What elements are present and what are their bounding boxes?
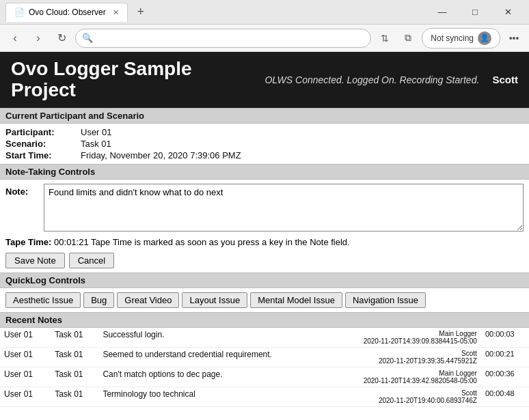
main-content: Current Participant and Scenario Partici…	[0, 108, 529, 420]
more-button[interactable]: •••	[504, 29, 524, 48]
table-row: User 01 Task 01 Can't match options to d…	[0, 367, 529, 387]
minimize-button[interactable]: —	[426, 1, 458, 23]
start-time-value: Friday, November 20, 2020 7:39:06 PMZ	[81, 150, 241, 160]
refresh-button[interactable]: ↻	[52, 29, 71, 48]
start-time-row: Start Time: Friday, November 20, 2020 7:…	[5, 150, 524, 161]
save-note-button[interactable]: Save Note	[5, 253, 65, 268]
sync-button[interactable]: Not syncing 👤	[422, 28, 500, 48]
note-user: User 01	[0, 347, 51, 367]
app-header: Ovo Logger Sample Project OLWS Connected…	[0, 52, 529, 108]
note-duration: 00:00:36	[481, 367, 529, 387]
note-duration: 00:00:48	[481, 387, 529, 406]
connection-status: OLWS Connected. Logged On. Recording Sta…	[252, 74, 492, 85]
scenario-label: Scenario:	[5, 139, 81, 149]
tape-time-hint: Tape Time is marked as soon as you press…	[91, 237, 350, 247]
note-text: Can't match options to dec page.	[98, 367, 325, 387]
participant-section-header: Current Participant and Scenario	[0, 108, 529, 124]
app-title: Ovo Logger Sample Project	[11, 59, 252, 101]
back-button[interactable]: ‹	[5, 29, 25, 48]
browser-tab[interactable]: 📄 Ovo Cloud: Observer ✕	[5, 3, 128, 22]
address-input[interactable]	[75, 29, 371, 48]
forward-button[interactable]: ›	[29, 29, 48, 48]
scenario-value: Task 01	[81, 139, 111, 149]
note-text: Seemed to understand credential requirem…	[98, 347, 325, 367]
tape-time-label: Tape Time:	[5, 237, 51, 247]
note-text: Successful login.	[98, 328, 325, 348]
sync-label: Not syncing	[431, 33, 474, 43]
tape-time-value: 00:01:21	[54, 237, 89, 247]
quicklog-buttons: Aesthetic IssueBugGreat VideoLayout Issu…	[0, 288, 529, 312]
app-title-line2: Project	[11, 79, 76, 100]
toolbar-icon-btn-1[interactable]: ⇅	[375, 29, 394, 48]
tab-title: Ovo Cloud: Observer	[29, 8, 106, 17]
participant-info: Participant: User 01 Scenario: Task 01 S…	[0, 124, 529, 164]
user-avatar: 👤	[478, 31, 491, 45]
note-label: Note:	[5, 184, 38, 197]
logged-in-user: Scott	[493, 74, 519, 85]
note-meta: Scott2020-11-20T19:40:00.6893746Z	[325, 387, 481, 406]
tab-close-btn[interactable]: ✕	[113, 8, 119, 17]
quicklog-btn-layout-issue[interactable]: Layout Issue	[182, 292, 247, 308]
note-textarea[interactable]: Found limits and didn't know what to do …	[44, 184, 524, 232]
note-task: Task 01	[51, 367, 98, 387]
note-text: Terminology too technical	[98, 387, 325, 406]
tape-time-row: Tape Time: 00:01:21 Tape Time is marked …	[0, 236, 529, 250]
table-row: User 01 Task 01 Terminology too technica…	[0, 387, 529, 406]
toolbar-icon-btn-2[interactable]: ⧉	[398, 29, 418, 48]
participant-value: User 01	[81, 127, 112, 137]
window-controls: — □ ✕	[426, 1, 524, 23]
start-time-label: Start Time:	[5, 150, 81, 160]
note-buttons: Save Note Cancel	[0, 250, 529, 272]
scenario-row: Scenario: Task 01	[5, 138, 524, 150]
quicklog-btn-bug[interactable]: Bug	[83, 292, 114, 308]
note-meta: Main Logger2020-11-20T14:39:09.8384415-0…	[325, 328, 481, 348]
maximize-button[interactable]: □	[459, 1, 491, 23]
quicklog-btn-great-video[interactable]: Great Video	[117, 292, 179, 308]
table-row: User 01 Task 01 Seemed to understand cre…	[0, 347, 529, 367]
note-meta: Main Logger2020-11-20T14:39:42.9820548-0…	[325, 367, 481, 387]
note-duration: 00:00:21	[481, 347, 529, 367]
quicklog-btn-navigation-issue[interactable]: Navigation Issue	[345, 292, 426, 308]
address-bar-wrap: 🔍	[75, 29, 371, 48]
quicklog-btn-mental-model-issue[interactable]: Mental Model Issue	[250, 292, 342, 308]
note-user: User 01	[0, 387, 51, 406]
participant-label: Participant:	[5, 127, 81, 137]
note-task: Task 01	[51, 387, 98, 406]
recent-notes-header: Recent Notes	[0, 312, 529, 328]
new-tab-button[interactable]: +	[132, 3, 150, 21]
quicklog-btn-aesthetic-issue[interactable]: Aesthetic Issue	[5, 292, 81, 308]
browser-titlebar: 📄 Ovo Cloud: Observer ✕ + — □ ✕	[0, 0, 529, 25]
close-button[interactable]: ✕	[492, 1, 524, 23]
note-duration: 00:00:03	[481, 328, 529, 348]
note-task: Task 01	[51, 328, 98, 348]
note-area: Note: Found limits and didn't know what …	[0, 180, 529, 236]
cancel-button[interactable]: Cancel	[69, 253, 114, 268]
note-user: User 01	[0, 328, 51, 348]
tab-page-icon: 📄	[14, 8, 25, 17]
quicklog-section-header: QuickLog Controls	[0, 272, 529, 288]
recent-notes-table: User 01 Task 01 Successful login. Main L…	[0, 328, 529, 407]
note-user: User 01	[0, 367, 51, 387]
browser-toolbar: ‹ › ↻ 🔍 ⇅ ⧉ Not syncing 👤 •••	[0, 25, 529, 52]
note-task: Task 01	[51, 347, 98, 367]
note-meta: Scott2020-11-20T19:39:35.4475921Z	[325, 347, 481, 367]
participant-row: Participant: User 01	[5, 126, 524, 138]
table-row: User 01 Task 01 Successful login. Main L…	[0, 328, 529, 348]
note-section-header: Note-Taking Controls	[0, 164, 529, 180]
app-title-line1: Ovo Logger Sample	[11, 58, 192, 79]
